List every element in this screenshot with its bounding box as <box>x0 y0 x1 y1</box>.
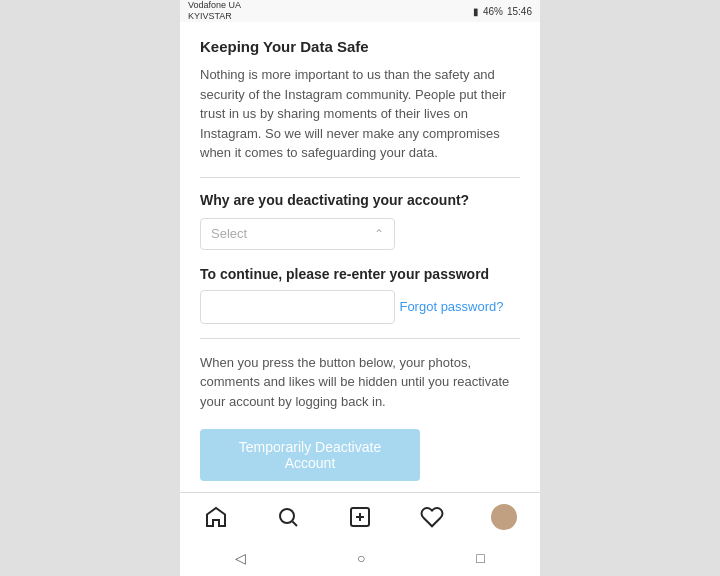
bottom-nav <box>180 492 540 540</box>
password-label: To continue, please re-enter your passwo… <box>200 266 520 282</box>
deactivate-button[interactable]: Temporarily Deactivate Account <box>200 429 420 481</box>
reason-select[interactable]: Select ⌃ <box>200 218 395 250</box>
home-nav-button[interactable] <box>203 504 229 530</box>
status-bar: Vodafone UA KYIVSTAR ▮ 46% 15:46 <box>180 0 540 22</box>
recent-button[interactable]: □ <box>476 550 484 566</box>
select-wrapper: Select ⌃ <box>200 218 520 250</box>
divider-1 <box>200 177 520 178</box>
carrier-info: Vodafone UA KYIVSTAR <box>188 0 241 22</box>
android-nav: ◁ ○ □ <box>180 540 540 576</box>
back-button[interactable]: ◁ <box>235 550 246 566</box>
carrier-name: Vodafone UA <box>188 0 241 11</box>
home-button[interactable]: ○ <box>357 550 365 566</box>
info-text: When you press the button below, your ph… <box>200 353 520 412</box>
question-label: Why are you deactivating your account? <box>200 192 520 208</box>
search-nav-button[interactable] <box>275 504 301 530</box>
battery-icon: ▮ <box>473 6 479 17</box>
password-input[interactable] <box>200 290 395 324</box>
phone-frame: Vodafone UA KYIVSTAR ▮ 46% 15:46 Keeping… <box>180 0 540 576</box>
avatar <box>491 504 517 530</box>
profile-nav-button[interactable] <box>491 504 517 530</box>
status-right: ▮ 46% 15:46 <box>473 6 532 17</box>
content-area: Keeping Your Data Safe Nothing is more i… <box>180 22 540 492</box>
new-post-nav-button[interactable] <box>347 504 373 530</box>
select-placeholder: Select <box>211 226 247 241</box>
time-display: 15:46 <box>507 6 532 17</box>
chevron-down-icon: ⌃ <box>374 227 384 241</box>
forgot-password-link[interactable]: Forgot password? <box>399 299 503 314</box>
scroll-area[interactable]: Keeping Your Data Safe Nothing is more i… <box>180 22 540 492</box>
section-title: Keeping Your Data Safe <box>200 38 520 55</box>
divider-2 <box>200 338 520 339</box>
section-text: Nothing is more important to us than the… <box>200 65 520 163</box>
battery-level: 46% <box>483 6 503 17</box>
network-name: KYIVSTAR <box>188 11 241 22</box>
svg-line-1 <box>293 521 298 526</box>
svg-point-0 <box>280 509 294 523</box>
activity-nav-button[interactable] <box>419 504 445 530</box>
